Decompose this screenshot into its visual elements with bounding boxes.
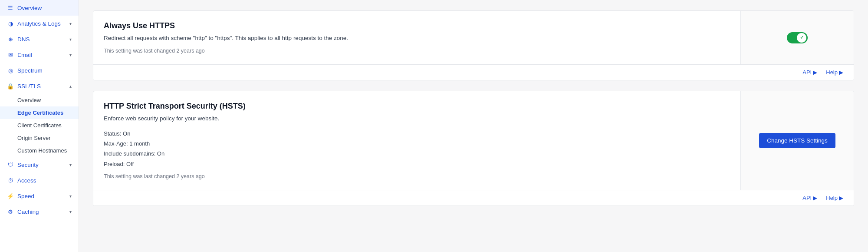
card-body: Always Use HTTPS Redirect all requests w… <box>93 11 854 64</box>
hsts-subdomains: Include subdomains: On <box>104 149 730 159</box>
chevron-down-icon: ▾ <box>69 37 72 42</box>
sidebar-item-spectrum[interactable]: ◎ Spectrum <box>0 63 79 78</box>
hsts-status-lines: Status: On Max-Age: 1 month Include subd… <box>104 129 730 169</box>
chevron-down-icon: ▾ <box>69 162 72 167</box>
dns-icon: ⊕ <box>7 36 14 43</box>
chevron-right-icon: ▶ <box>813 195 817 201</box>
api-link-https[interactable]: API ▶ <box>802 69 817 76</box>
card-footer-hsts: API ▶ Help ▶ <box>93 190 854 206</box>
email-icon: ✉ <box>7 51 14 58</box>
card-action-https: ✓ <box>741 11 854 64</box>
sidebar-item-caching[interactable]: ⚙ Caching ▾ <box>0 204 79 219</box>
sidebar-sub-item-ssl-overview[interactable]: Overview <box>0 94 79 106</box>
check-icon: ✓ <box>800 35 804 40</box>
chevron-down-icon: ▾ <box>69 209 72 214</box>
ssl-icon: 🔒 <box>7 83 14 90</box>
speed-icon: ⚡ <box>7 192 14 199</box>
hsts-description: Enforce web security policy for your web… <box>104 114 730 123</box>
sidebar-label-ssl: SSL/TLS <box>17 83 41 90</box>
hsts-status-on: Status: On <box>104 129 730 139</box>
chevron-down-icon: ▾ <box>69 53 72 57</box>
hsts-title: HTTP Strict Transport Security (HSTS) <box>104 102 730 111</box>
sidebar-item-dns[interactable]: ⊕ DNS ▾ <box>0 31 79 47</box>
sidebar-label-email: Email <box>17 52 32 58</box>
spectrum-icon: ◎ <box>7 67 14 74</box>
caching-icon: ⚙ <box>7 208 14 215</box>
always-use-https-card: Always Use HTTPS Redirect all requests w… <box>93 10 854 80</box>
sidebar-label-analytics: Analytics & Logs <box>17 20 61 27</box>
always-https-meta: This setting was last changed 2 years ag… <box>104 48 730 54</box>
sidebar-item-access[interactable]: ⏱ Access <box>0 172 79 188</box>
chevron-down-icon: ▾ <box>69 21 72 26</box>
card-footer-https: API ▶ Help ▶ <box>93 64 854 80</box>
card-body-hsts: HTTP Strict Transport Security (HSTS) En… <box>93 91 854 190</box>
access-icon: ⏱ <box>7 177 14 184</box>
chevron-right-icon: ▶ <box>839 69 843 76</box>
sidebar: ☰ Overview ◑ Analytics & Logs ▾ ⊕ DNS ▾ … <box>0 0 79 252</box>
hsts-preload: Preload: Off <box>104 159 730 169</box>
always-https-toggle[interactable]: ✓ <box>787 32 808 43</box>
sidebar-label-spectrum: Spectrum <box>17 67 43 74</box>
sidebar-item-email[interactable]: ✉ Email ▾ <box>0 47 79 63</box>
sidebar-label-dns: DNS <box>17 36 30 43</box>
always-https-description: Redirect all requests with scheme "http"… <box>104 34 730 43</box>
sidebar-label-caching: Caching <box>17 209 39 215</box>
chevron-down-icon: ▾ <box>69 194 72 199</box>
hsts-card: HTTP Strict Transport Security (HSTS) En… <box>93 91 854 206</box>
sidebar-sub-item-edge-certificates[interactable]: Edge Certificates <box>0 106 79 119</box>
help-link-https[interactable]: Help ▶ <box>826 69 843 76</box>
sidebar-label-access: Access <box>17 177 36 184</box>
card-action-hsts: Change HSTS Settings <box>741 91 854 190</box>
card-content-hsts: HTTP Strict Transport Security (HSTS) En… <box>93 91 741 190</box>
overview-icon: ☰ <box>7 4 14 11</box>
analytics-icon: ◑ <box>7 20 14 27</box>
sidebar-item-overview[interactable]: ☰ Overview <box>0 0 79 16</box>
help-link-hsts[interactable]: Help ▶ <box>826 195 843 201</box>
change-hsts-settings-button[interactable]: Change HSTS Settings <box>759 133 835 148</box>
sidebar-item-security[interactable]: 🛡 Security ▾ <box>0 157 79 172</box>
chevron-right-icon: ▶ <box>839 195 843 201</box>
sidebar-sub-item-client-certificates[interactable]: Client Certificates <box>0 119 79 132</box>
sidebar-label-speed: Speed <box>17 193 34 199</box>
sidebar-item-analytics-logs[interactable]: ◑ Analytics & Logs ▾ <box>0 16 79 31</box>
security-icon: 🛡 <box>7 161 14 168</box>
toggle-knob: ✓ <box>797 33 806 43</box>
api-link-hsts[interactable]: API ▶ <box>802 195 817 201</box>
main-content: Always Use HTTPS Redirect all requests w… <box>79 0 868 252</box>
sidebar-label-overview: Overview <box>17 5 42 11</box>
chevron-up-icon: ▴ <box>69 84 72 89</box>
card-content-https: Always Use HTTPS Redirect all requests w… <box>93 11 741 64</box>
sidebar-sub-item-custom-hostnames[interactable]: Custom Hostnames <box>0 144 79 157</box>
hsts-max-age: Max-Age: 1 month <box>104 139 730 149</box>
sidebar-sub-item-origin-server[interactable]: Origin Server <box>0 132 79 144</box>
always-https-title: Always Use HTTPS <box>104 21 730 30</box>
sidebar-item-ssl-tls[interactable]: 🔒 SSL/TLS ▴ <box>0 78 79 94</box>
sidebar-label-security: Security <box>17 162 39 168</box>
hsts-meta: This setting was last changed 2 years ag… <box>104 173 730 179</box>
chevron-right-icon: ▶ <box>813 69 817 76</box>
sidebar-item-speed[interactable]: ⚡ Speed ▾ <box>0 188 79 204</box>
